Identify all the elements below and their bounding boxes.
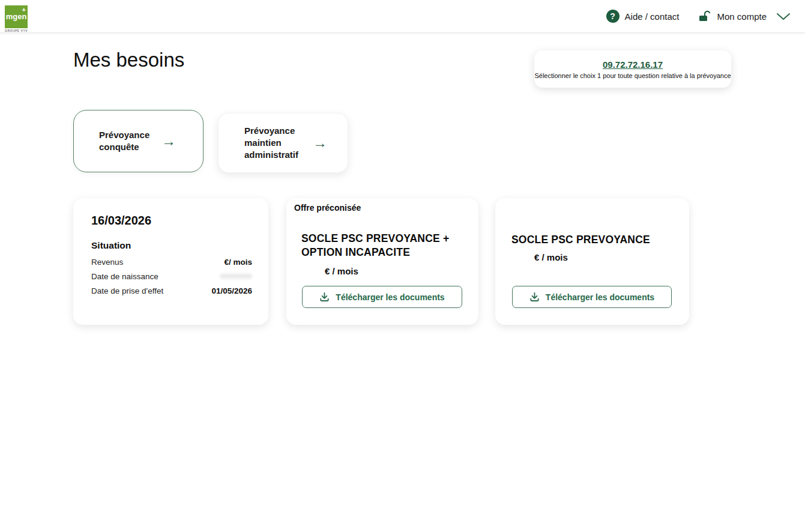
offer-price: € / mois — [534, 252, 568, 262]
tab-prevoyance-conquete[interactable]: Prévoyance conquête → — [73, 110, 204, 172]
situation-row-value: 01/05/2026 — [211, 286, 252, 295]
offer-card-recommended: Offre préconisée SOCLE PSC PREVOYANCE + … — [286, 198, 478, 325]
arrow-right-icon: → — [161, 133, 176, 150]
mgen-logo[interactable]: mgen + GROUPE VYV — [5, 5, 28, 32]
situation-section-title: Situation — [91, 240, 131, 251]
offer-title: SOCLE PSC PREVOYANCE — [511, 233, 687, 247]
header-actions: ? Aide / contact Mon compte — [606, 10, 791, 23]
mgen-logo-square: mgen + — [5, 5, 28, 28]
download-documents-button[interactable]: Télécharger les documents — [302, 286, 462, 308]
download-icon — [319, 292, 330, 302]
tab-label: Prévoyance maintien administratif — [244, 125, 302, 161]
offer-badge: Offre préconisée — [294, 203, 361, 213]
download-icon — [529, 292, 540, 302]
situation-card: 16/03/2026 Situation Revenus €/ mois Dat… — [73, 198, 268, 325]
situation-row-revenus: Revenus €/ mois — [91, 255, 252, 269]
situation-row-date-effet: Date de prise d'effet 01/05/2026 — [91, 283, 252, 298]
download-documents-button[interactable]: Télécharger les documents — [512, 286, 672, 308]
situation-row-label: Date de prise d'effet — [91, 286, 163, 295]
phone-number-link[interactable]: 09.72.72.16.17 — [603, 59, 663, 70]
chevron-down-icon — [776, 12, 791, 20]
tab-prevoyance-maintien-administratif[interactable]: Prévoyance maintien administratif → — [218, 113, 348, 173]
unlock-icon — [698, 10, 711, 23]
account-label: Mon compte — [717, 11, 767, 22]
situation-rows: Revenus €/ mois Date de naissance Date d… — [91, 255, 252, 298]
help-icon: ? — [606, 10, 620, 23]
logo-text: mgen — [6, 12, 27, 21]
help-contact-link[interactable]: ? Aide / contact — [606, 10, 680, 23]
download-documents-label: Télécharger les documents — [546, 292, 654, 302]
tab-label: Prévoyance conquête — [99, 129, 151, 153]
arrow-right-icon: → — [313, 135, 327, 151]
logo-plus-mark: + — [22, 6, 26, 13]
page-title: Mes besoins — [73, 49, 184, 71]
page: mgen + GROUPE VYV ? Aide / contact Mon c… — [0, 0, 805, 532]
situation-row-label: Date de naissance — [91, 272, 158, 281]
download-documents-label: Télécharger les documents — [336, 292, 444, 302]
account-menu[interactable]: Mon compte — [698, 10, 791, 23]
logo-subtext: GROUPE VYV — [5, 29, 28, 32]
situation-row-date-naissance: Date de naissance — [91, 269, 252, 283]
phone-note: Sélectionner le choix 1 pour toute quest… — [534, 72, 731, 79]
offer-price: € / mois — [325, 266, 358, 276]
redacted-value — [220, 274, 252, 279]
offer-title: SOCLE PSC PREVOYANCE + OPTION INCAPACITE — [301, 232, 465, 259]
situation-row-value: €/ mois — [224, 258, 252, 267]
situation-row-label: Revenus — [91, 258, 123, 267]
offer-card-socle: SOCLE PSC PREVOYANCE € / mois Télécharge… — [495, 198, 689, 325]
help-contact-label: Aide / contact — [625, 11, 680, 22]
contact-phone-card: 09.72.72.16.17 Sélectionner le choix 1 p… — [534, 50, 731, 88]
top-header: mgen + GROUPE VYV ? Aide / contact Mon c… — [0, 0, 805, 33]
situation-date: 16/03/2026 — [91, 214, 151, 228]
